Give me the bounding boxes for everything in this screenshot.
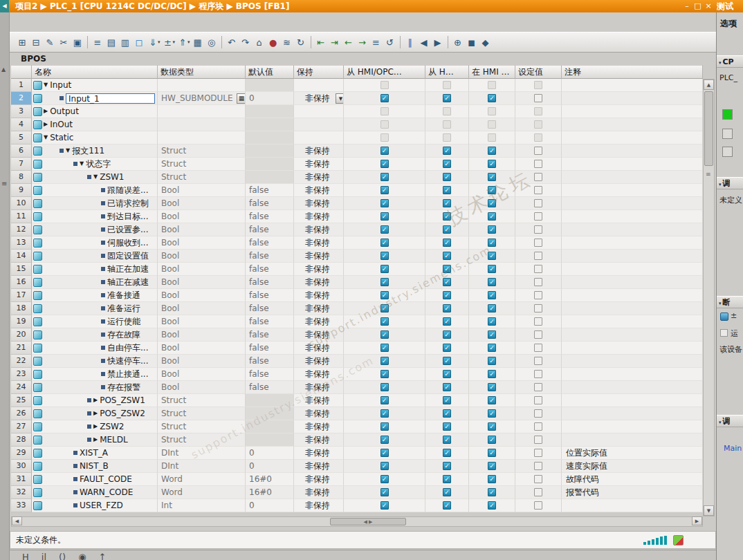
table-row[interactable]: 27▶ZSW2Struct非保持✓✓✓: [11, 420, 703, 433]
default-value-cell[interactable]: false: [246, 276, 294, 289]
variable-name[interactable]: 跟随误差...: [107, 184, 148, 196]
retain-cell[interactable]: 非保持: [294, 473, 344, 486]
hmi-access-checkbox[interactable]: ✓: [380, 449, 389, 457]
name-cell[interactable]: 运行使能: [32, 315, 158, 328]
lad-view-icon[interactable]: ▤: [104, 35, 118, 49]
comment-cell[interactable]: [562, 420, 703, 433]
hmi-access-checkbox[interactable]: ✓: [380, 173, 389, 181]
row-number[interactable]: 4: [11, 118, 32, 131]
row-number[interactable]: 33: [11, 499, 32, 512]
library-icon[interactable]: ◆: [479, 35, 493, 49]
in-hmi-checkbox[interactable]: ✓: [488, 344, 496, 352]
variable-name[interactable]: Static: [50, 131, 73, 144]
comment-cell[interactable]: [562, 184, 703, 197]
comment-cell[interactable]: [562, 118, 703, 131]
default-value-cell[interactable]: 0: [246, 499, 294, 512]
taskbar-icon[interactable]: ↑: [99, 552, 107, 560]
variable-name[interactable]: WARN_CODE: [80, 486, 133, 498]
table-row[interactable]: 30NIST_BDInt0非保持✓✓✓速度实际值: [11, 460, 703, 473]
column-header[interactable]: 从 HMI/OPC…: [344, 65, 425, 79]
setpoint-checkbox[interactable]: [534, 173, 542, 181]
comment-cell[interactable]: [562, 250, 703, 263]
horizontal-scroll-thumb[interactable]: ◀ ▶: [330, 518, 406, 525]
in-hmi-checkbox[interactable]: ✓: [488, 265, 496, 273]
setpoint-checkbox[interactable]: [534, 265, 542, 273]
variable-name[interactable]: 轴正在加速: [107, 263, 149, 275]
taskbar-icon[interactable]: il: [42, 552, 46, 560]
column-header[interactable]: 默认值: [246, 65, 294, 79]
default-value-cell[interactable]: 0: [246, 460, 294, 473]
step-forward-icon[interactable]: ⇥: [328, 35, 342, 49]
in-hmi-checkbox[interactable]: ✓: [488, 147, 496, 155]
row-number[interactable]: 21: [11, 342, 32, 355]
hmi-writable-checkbox[interactable]: ✓: [443, 317, 451, 326]
name-cell[interactable]: 准备接通: [32, 289, 158, 302]
datatype-cell[interactable]: Bool: [158, 368, 246, 381]
hmi-access-checkbox[interactable]: ✓: [380, 409, 389, 418]
in-hmi-checkbox[interactable]: ✓: [488, 436, 496, 444]
default-value-cell[interactable]: false: [246, 368, 294, 381]
jump-to-next-icon[interactable]: →: [356, 35, 369, 49]
datatype-cell[interactable]: Struct: [158, 420, 246, 433]
table-row[interactable]: 10已请求控制Boolfalse非保持✓✓✓: [11, 197, 703, 210]
name-cell[interactable]: ▶POS_ZSW1: [32, 394, 158, 407]
run-checkbox[interactable]: [720, 329, 728, 337]
comment-cell[interactable]: 位置实际值: [562, 447, 703, 460]
row-number[interactable]: 5: [11, 131, 32, 144]
datatype-cell[interactable]: Struct: [158, 394, 246, 407]
name-cell[interactable]: ▼Input: [32, 79, 158, 92]
download-start-values-dropdown-icon[interactable]: ▾: [158, 39, 160, 45]
retain-cell[interactable]: [294, 118, 344, 131]
variable-name[interactable]: XIST_A: [80, 447, 108, 459]
table-row[interactable]: 18准备运行Boolfalse非保持✓✓✓: [11, 302, 703, 315]
name-cell[interactable]: ▼Static: [32, 131, 158, 144]
in-hmi-checkbox[interactable]: ✓: [488, 475, 496, 483]
default-value-cell[interactable]: false: [246, 236, 294, 250]
name-cell[interactable]: ▼报文111: [32, 144, 158, 158]
datatype-cell[interactable]: Struct: [158, 407, 246, 420]
hmi-access-checkbox[interactable]: ✓: [380, 212, 389, 221]
datatype-cell[interactable]: [158, 131, 246, 144]
pause-icon[interactable]: ∥: [403, 35, 417, 49]
comment-cell[interactable]: [562, 236, 703, 250]
table-row[interactable]: 14固定设置值Boolfalse非保持✓✓✓: [11, 250, 703, 263]
datatype-cell[interactable]: Bool: [158, 236, 246, 250]
setpoint-checkbox[interactable]: [534, 278, 542, 286]
datatype-cell[interactable]: Bool: [158, 302, 246, 315]
splitter-up-icon[interactable]: ▲: [1, 66, 6, 73]
in-hmi-checkbox[interactable]: ✓: [488, 488, 496, 496]
default-value-cell[interactable]: false: [246, 289, 294, 302]
taskbar-icon[interactable]: ◉: [78, 552, 86, 560]
setpoint-checkbox[interactable]: [534, 239, 542, 247]
name-cell[interactable]: FAULT_CODE: [32, 473, 158, 486]
table-row[interactable]: 9跟随误差...Boolfalse非保持✓✓✓: [11, 184, 703, 197]
go-home-icon[interactable]: ⌂: [253, 35, 266, 49]
variable-name[interactable]: 到达目标...: [107, 210, 148, 223]
rename-icon[interactable]: ✎: [43, 35, 57, 49]
setpoint-checkbox[interactable]: [534, 501, 542, 510]
retain-cell[interactable]: [294, 105, 344, 118]
in-hmi-checkbox[interactable]: ✓: [488, 383, 496, 391]
column-header[interactable]: 从 H…: [425, 65, 469, 79]
default-value-cell[interactable]: false: [246, 197, 294, 210]
setpoint-checkbox[interactable]: [534, 304, 542, 312]
hmi-access-checkbox[interactable]: ✓: [380, 225, 389, 234]
datatype-cell[interactable]: DInt: [158, 447, 246, 460]
name-cell[interactable]: ▶POS_ZSW2: [32, 407, 158, 420]
comment-cell[interactable]: [562, 92, 703, 105]
hmi-writable-checkbox[interactable]: ✓: [443, 436, 451, 444]
comment-toggle-icon[interactable]: ◻: [132, 35, 146, 49]
hmi-access-checkbox[interactable]: ✓: [380, 265, 389, 273]
default-value-cell[interactable]: false: [246, 210, 294, 223]
hmi-writable-checkbox[interactable]: ✓: [443, 304, 451, 312]
datatype-cell[interactable]: Bool: [158, 355, 246, 368]
retain-cell[interactable]: 非保持: [294, 381, 344, 394]
datatype-browse-icon[interactable]: ▦: [237, 93, 246, 104]
expand-icon[interactable]: ▶: [44, 105, 48, 118]
hmi-writable-checkbox[interactable]: ✓: [443, 462, 451, 470]
comment-cell[interactable]: [562, 223, 703, 236]
hmi-access-checkbox[interactable]: ✓: [380, 436, 389, 444]
variable-name[interactable]: 状态字: [86, 158, 111, 170]
default-value-cell[interactable]: false: [246, 315, 294, 328]
retain-cell[interactable]: 非保持: [294, 328, 344, 342]
